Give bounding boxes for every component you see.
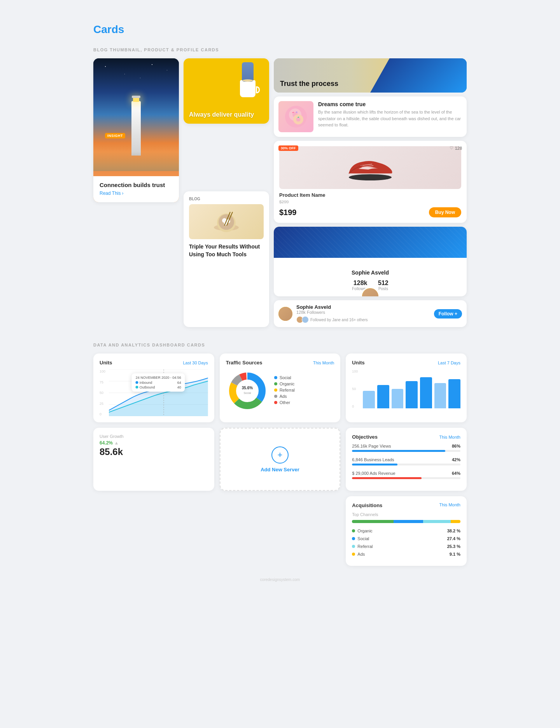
acq-referral: Referral 25.3 % bbox=[352, 544, 460, 549]
buy-now-button[interactable]: Buy Now bbox=[429, 207, 461, 217]
lighthouse-link[interactable]: Read This › bbox=[100, 191, 173, 196]
bar-chart-title: Units bbox=[352, 360, 365, 366]
profile-small-card: Sophie Asveld 128k Followers Followed by… bbox=[274, 300, 467, 327]
blog-food-img bbox=[189, 204, 264, 239]
growth-mini-bars bbox=[199, 442, 208, 457]
dreams-title: Dreams come true bbox=[318, 101, 462, 107]
blog-card: BLOG Triple Your Results Without Using T… bbox=[184, 191, 269, 327]
page-title: Cards bbox=[93, 23, 467, 36]
acquisitions-card: Acquisitions This Month Top Channels Org… bbox=[346, 496, 467, 566]
acq-title: Acquisitions bbox=[352, 502, 382, 508]
shoe-image bbox=[279, 146, 461, 189]
lighthouse-badge: INSIGHT bbox=[105, 133, 125, 138]
growth-value: 85.6k bbox=[100, 446, 123, 457]
dashboard-section: DATA AND ANALYTICS DASHBOARD CARDS Units… bbox=[93, 343, 467, 566]
line-chart-title: Units bbox=[100, 360, 112, 366]
traffic-title: Traffic Sources bbox=[226, 360, 262, 366]
chart-area: 24 NOVEMBER 2020 - 04:56 Inbound 64 Outb… bbox=[109, 369, 208, 416]
product-discount-badge: 30% OFF bbox=[278, 145, 298, 151]
lighthouse-card: INSIGHT Connection builds trust Read Thi… bbox=[93, 58, 179, 202]
acq-header: Acquisitions This Month bbox=[352, 502, 460, 508]
svg-point-2 bbox=[219, 214, 234, 230]
acq-social: Social 27.4 % bbox=[352, 536, 460, 541]
svg-point-16 bbox=[349, 174, 392, 180]
followed-by: Followed by Jane and 16+ others bbox=[296, 316, 430, 323]
svg-point-12 bbox=[296, 117, 301, 122]
objectives-card: Objectives This Month 256.16k Page Views… bbox=[346, 428, 467, 491]
donut-container: 35.6% Social Social Organic Referral Ads… bbox=[226, 369, 334, 412]
blog-badge: BLOG bbox=[189, 197, 264, 201]
objectives-title: Objectives bbox=[352, 434, 378, 440]
blog-section-label: BLOG THUMBNAIL, PRODUCT & PROFILE CARDS bbox=[93, 47, 467, 52]
profile-small-info: Sophie Asveld 128k Followers Followed by… bbox=[296, 304, 430, 323]
obj-item-1: 256.16k Page Views 86% bbox=[352, 444, 460, 452]
bar-chart-card: Units Last 7 Days 100500 bbox=[346, 354, 467, 422]
posts-stat: 512 Posts bbox=[378, 280, 388, 291]
traffic-sources-card: Traffic Sources This Month 35.6% Social bbox=[220, 354, 341, 422]
product-price-orig: $299 bbox=[279, 200, 461, 204]
mini-avatars bbox=[296, 316, 309, 323]
dreams-content: Dreams come true By the same illusion wh… bbox=[318, 101, 462, 132]
profile-main-card: Sophie Asveld 128k Followers 512 Posts bbox=[274, 227, 467, 296]
trust-card: Trust the process bbox=[274, 58, 467, 93]
profile-cover bbox=[274, 227, 467, 258]
yellow-card-text: Always deliver quality bbox=[189, 111, 254, 118]
cover-pattern bbox=[274, 227, 467, 258]
dreams-card: Dreams come true By the same illusion wh… bbox=[274, 96, 467, 137]
acq-organic: Organic 38.2 % bbox=[352, 528, 460, 533]
profile-name: Sophie Asveld bbox=[279, 270, 461, 276]
dreams-img bbox=[278, 101, 313, 132]
user-growth-card: User Growth 64.2% ▲ 85.6k bbox=[93, 428, 214, 491]
profile-small-name: Sophie Asveld bbox=[296, 304, 430, 310]
line-chart-period: Last 30 Days bbox=[183, 360, 208, 365]
dreams-description: By the same illusion which lifts the hor… bbox=[318, 109, 462, 128]
svg-text:35.6%: 35.6% bbox=[242, 386, 252, 390]
bar-chart-header: Units Last 7 Days bbox=[352, 360, 460, 366]
line-chart-area: 1007550250 24 NOVEMBER 2020 - 04:56 Inbo… bbox=[100, 369, 208, 416]
line-chart-header: Units Last 30 Days bbox=[100, 360, 208, 366]
plus-icon: + bbox=[271, 446, 289, 464]
traffic-header: Traffic Sources This Month bbox=[226, 360, 334, 366]
y-labels: 1007550250 bbox=[100, 369, 108, 416]
dashboard-section-label: DATA AND ANALYTICS DASHBOARD CARDS bbox=[93, 343, 467, 347]
blog-title: Triple Your Results Without Using Too Mu… bbox=[189, 243, 264, 258]
objectives-period: This Month bbox=[439, 435, 460, 439]
bar-chart-period: Last 7 Days bbox=[438, 360, 460, 365]
trust-text: Trust the process bbox=[280, 80, 338, 88]
growth-label: User Growth bbox=[100, 434, 208, 439]
profile-small-followers: 128k Followers bbox=[296, 310, 430, 315]
acq-bar bbox=[352, 520, 460, 523]
add-server-card[interactable]: + Add New Server bbox=[220, 428, 341, 491]
objectives-list: 256.16k Page Views 86% 6,846 Business Le… bbox=[352, 444, 460, 479]
donut-legend: Social Organic Referral Ads Other bbox=[274, 375, 334, 406]
acq-subtitle: Top Channels bbox=[352, 512, 460, 517]
lighthouse-title: Connection builds trust bbox=[100, 182, 173, 188]
acq-period: This Month bbox=[439, 502, 460, 508]
traffic-period: This Month bbox=[313, 360, 334, 365]
add-server-label: Add New Server bbox=[261, 467, 299, 472]
line-chart-card: Units Last 30 Days 1007550250 24 NOVEMBE… bbox=[93, 354, 214, 422]
footer: coredesignsystem.com bbox=[93, 578, 467, 590]
follow-button[interactable]: Follow + bbox=[434, 309, 462, 318]
growth-pct: 64.2% ▲ bbox=[100, 440, 123, 446]
acq-ads: Ads 9.1 % bbox=[352, 552, 460, 556]
profile-small-avatar bbox=[278, 307, 292, 321]
yellow-card: Always deliver quality bbox=[184, 58, 269, 124]
product-card: 30% OFF ♡ 128 bbox=[274, 141, 467, 223]
obj-item-2: 6,846 Business Leads 42% bbox=[352, 457, 460, 466]
chart-tooltip: 24 NOVEMBER 2020 - 04:56 Inbound 64 Outb… bbox=[132, 373, 185, 392]
product-likes: ♡ 128 bbox=[450, 145, 462, 150]
objectives-header: Objectives This Month bbox=[352, 434, 460, 440]
page-container: Cards BLOG THUMBNAIL, PRODUCT & PROFILE … bbox=[93, 16, 467, 712]
product-name: Product Item Name bbox=[279, 192, 461, 198]
donut-chart: 35.6% Social bbox=[226, 369, 269, 412]
product-price-new: $199 bbox=[279, 208, 297, 217]
obj-item-3: $ 29,000 Ads Revenue 64% bbox=[352, 471, 460, 479]
lighthouse-content: Connection builds trust Read This › bbox=[93, 176, 179, 202]
svg-text:Social: Social bbox=[243, 392, 251, 394]
product-actions: $199 Buy Now bbox=[279, 207, 461, 217]
